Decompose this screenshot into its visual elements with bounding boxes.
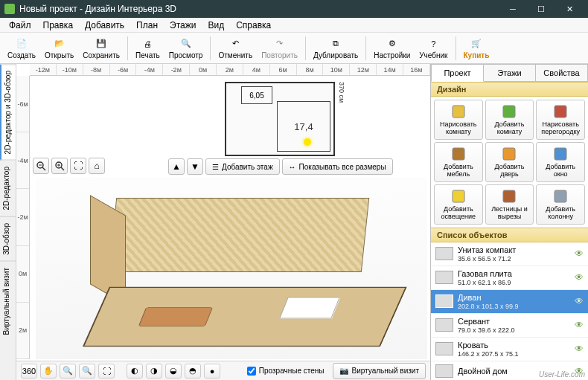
add-floor-button[interactable]: ☰Добавить этаж — [205, 158, 280, 175]
view-preset-5[interactable]: ● — [204, 364, 220, 379]
toolbar-print-button[interactable]: 🖨Печать — [131, 36, 164, 61]
panel-tab-Этажи[interactable]: Этажи — [484, 64, 536, 82]
help-icon: ? — [426, 37, 440, 51]
design-icon — [501, 146, 517, 162]
toolbar-cart-button[interactable]: 🛒Купить — [459, 36, 494, 61]
design-Нарисовать-комнату[interactable]: Нарисовать комнату — [434, 100, 483, 140]
menu-Файл[interactable]: Файл — [3, 19, 37, 32]
floor-plan-2d[interactable]: 6,05 17,4 — [225, 82, 335, 156]
zoom-in-3d-button[interactable]: 🔍 — [79, 364, 95, 379]
view-tab-2[interactable]: 3D-обзор — [0, 216, 16, 261]
menu-Правка[interactable]: Правка — [37, 19, 80, 32]
toolbar-folder-open-button[interactable]: 📂Открыть — [40, 36, 78, 61]
view-3d[interactable] — [36, 177, 427, 359]
toolbar-undo-button[interactable]: ↶Отменить — [214, 36, 257, 61]
menu-Добавить[interactable]: Добавить — [79, 19, 130, 32]
watermark: User-Life.com — [539, 370, 585, 379]
zoom-in-button[interactable] — [51, 158, 68, 174]
visibility-icon[interactable]: 👁 — [575, 248, 584, 259]
menu-Этажи[interactable]: Этажи — [164, 19, 202, 32]
design-label: Добавить освещение — [436, 206, 481, 221]
ruler-tick: -12м — [30, 64, 57, 75]
floor-down-button[interactable]: ▼ — [187, 158, 203, 175]
toolbar-label: Сохранить — [83, 51, 120, 59]
object-item[interactable]: Кровать146.2 x 207.5 x 75.1👁 — [431, 338, 588, 361]
gear-icon: ⚙ — [386, 37, 399, 51]
bed-3d[interactable] — [279, 297, 339, 318]
visibility-icon[interactable]: 👁 — [575, 272, 584, 283]
layers-icon: ☰ — [212, 163, 219, 171]
canvas-area[interactable]: -12м-10м-8м-6м-4м-2м0м2м4м6м8м10м12м14м1… — [16, 64, 430, 380]
menu-Справка[interactable]: Справка — [230, 19, 277, 32]
object-item[interactable]: Газовая плита51.0 x 62.1 x 86.9👁 — [431, 266, 588, 290]
ruler-tick: -6м — [110, 64, 137, 75]
design-Нарисовать-перегородку[interactable]: Нарисовать перегородку — [536, 100, 585, 140]
orbit-button[interactable]: 360 — [21, 364, 37, 379]
toolbar-save-button[interactable]: 💾Сохранить — [78, 36, 124, 61]
design-Лестницы-и-вырезы[interactable]: Лестницы и вырезы — [485, 184, 534, 225]
close-button[interactable]: ✕ — [555, 0, 584, 18]
toolbar-preview-button[interactable]: 🔍Просмотр — [164, 36, 208, 61]
object-thumb — [435, 247, 453, 260]
svg-line-2 — [42, 167, 45, 170]
sofa-3d[interactable] — [138, 307, 213, 326]
zoom-out-button[interactable] — [33, 158, 49, 174]
design-label: Нарисовать комнату — [436, 121, 481, 136]
print-icon: 🖨 — [141, 37, 154, 51]
cart-icon: 🛒 — [470, 37, 483, 51]
home-button[interactable]: ⌂ — [89, 158, 105, 174]
zoom-fit-button[interactable]: ⛶ — [70, 158, 86, 174]
visibility-icon[interactable]: 👁 — [575, 344, 584, 354]
svg-rect-13 — [555, 148, 566, 160]
toolbar-file-new-button[interactable]: 📄Создать — [3, 36, 40, 61]
ruler-tick: 0м — [16, 246, 29, 303]
floor-up-button[interactable]: ▲ — [168, 158, 185, 175]
design-Добавить-освещение[interactable]: Добавить освещение — [434, 184, 483, 225]
object-thumb — [435, 318, 453, 332]
copy-icon: ⧉ — [329, 37, 342, 51]
transparent-walls-checkbox[interactable]: Прозрачные стены — [247, 367, 325, 376]
ruler-tick: 4м — [243, 64, 270, 75]
zoom-out-3d-button[interactable]: 🔍 — [60, 364, 76, 379]
show-dimensions-button[interactable]: ↔Показывать все размеры — [282, 158, 393, 175]
view-preset-3[interactable]: ◒ — [165, 364, 182, 379]
object-item[interactable]: Сервант79.0 x 39.6 x 222.0👁 — [431, 314, 588, 338]
svg-rect-16 — [555, 190, 566, 202]
view-tab-1[interactable]: 2D-редактор — [0, 160, 16, 216]
minimize-button[interactable]: ─ — [499, 0, 527, 18]
toolbar-separator — [210, 36, 211, 60]
menu-Вид[interactable]: Вид — [202, 19, 230, 32]
panel-tab-Свойства[interactable]: Свойства — [536, 64, 588, 82]
view-preset-2[interactable]: ◑ — [146, 364, 162, 379]
camera-marker[interactable] — [304, 138, 311, 146]
design-Добавить-мебель[interactable]: Добавить мебель — [434, 142, 483, 182]
virtual-visit-button[interactable]: 📷Виртуальный визит — [333, 363, 426, 379]
visibility-icon[interactable]: 👁 — [575, 296, 584, 306]
view-mode-tabs: 2D-редактор и 3D-обзор2D-редактор3D-обзо… — [0, 64, 16, 380]
zoom-controls: ⛶ ⌂ — [33, 158, 105, 174]
toolbar-help-button[interactable]: ?Учебник — [415, 36, 452, 61]
view-preset-4[interactable]: ◓ — [185, 364, 201, 379]
toolbar-copy-button[interactable]: ⧉Дублировать — [309, 36, 362, 61]
view-tab-0[interactable]: 2D-редактор и 3D-обзор — [0, 64, 16, 160]
toolbar-gear-button[interactable]: ⚙Настройки — [369, 36, 415, 61]
object-item[interactable]: Диван202.8 x 101.3 x 99.9👁 — [431, 290, 588, 314]
menu-План[interactable]: План — [130, 19, 164, 32]
design-Добавить-комнату[interactable]: Добавить комнату — [485, 100, 534, 140]
ruler-tick: 2м — [16, 303, 29, 359]
visibility-icon[interactable]: 👁 — [575, 320, 584, 330]
reset-view-button[interactable]: ⛶ — [98, 364, 115, 379]
design-icon — [450, 103, 467, 120]
design-Добавить-окно[interactable]: Добавить окно — [536, 142, 585, 182]
ruler-tick: -8м — [83, 64, 110, 75]
object-dims: 79.0 x 39.6 x 222.0 — [458, 326, 570, 334]
pan-button[interactable]: ✋ — [40, 364, 57, 379]
view-preset-1[interactable]: ◐ — [127, 364, 143, 379]
design-Добавить-колонну[interactable]: Добавить колонну — [536, 184, 585, 225]
design-Добавить-дверь[interactable]: Добавить дверь — [485, 142, 534, 182]
maximize-button[interactable]: ☐ — [527, 0, 555, 18]
view-tab-3[interactable]: Виртуальный визит — [0, 261, 16, 341]
object-item[interactable]: Унитаз компакт35.6 x 56.5 x 71.2👁 — [431, 242, 588, 266]
panel-tab-Проект[interactable]: Проект — [431, 64, 484, 82]
ruler-tick: 14м — [377, 64, 403, 75]
